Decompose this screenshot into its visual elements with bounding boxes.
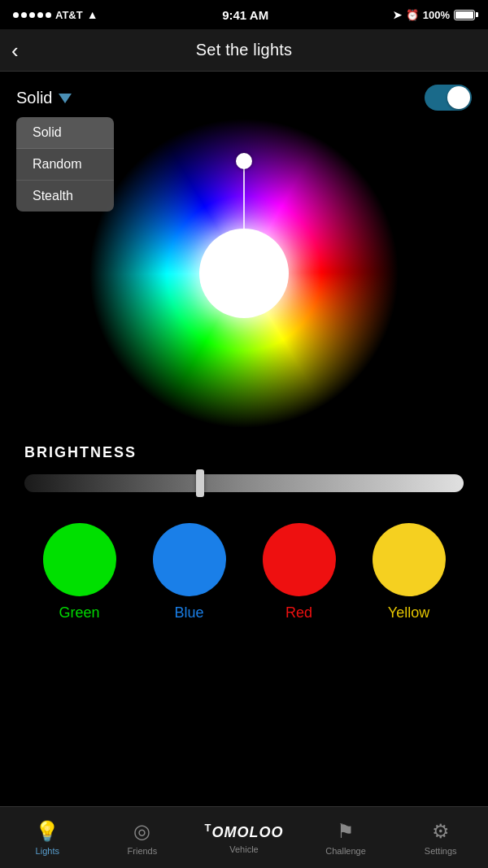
color-preset-blue[interactable]: Blue: [153, 523, 226, 622]
red-circle[interactable]: [263, 523, 336, 596]
signal-dots: [13, 12, 51, 18]
vehicle-brand: TOMOLOO: [205, 822, 284, 841]
challenge-nav-icon: ⚑: [337, 820, 355, 843]
dropdown-item-stealth[interactable]: Stealth: [16, 181, 114, 212]
mode-row: Solid Solid Random Stealth: [16, 85, 472, 111]
battery-label: 100%: [423, 9, 450, 21]
color-presets: Green Blue Red Yellow: [16, 515, 472, 622]
nav-header: ‹ Set the lights: [0, 29, 488, 72]
nav-item-lights[interactable]: 💡 Lights: [15, 820, 80, 856]
back-button[interactable]: ‹: [11, 40, 19, 61]
vehicle-nav-label: Vehicle: [229, 844, 258, 854]
status-time: 9:41 AM: [222, 8, 268, 22]
blue-label: Blue: [174, 604, 203, 622]
lights-nav-icon: 💡: [35, 820, 59, 843]
brightness-section: BRIGHTNESS: [16, 444, 472, 495]
mode-arrow-icon: [59, 94, 72, 103]
settings-nav-label: Settings: [425, 846, 457, 856]
color-preset-green[interactable]: Green: [43, 523, 116, 622]
bottom-nav: 💡 Lights ◎ Friends TOMOLOO Vehicle ⚑ Cha…: [0, 806, 488, 868]
status-left: AT&T ▲: [13, 8, 98, 21]
lights-toggle[interactable]: [425, 85, 472, 111]
nav-item-settings[interactable]: ⚙ Settings: [408, 820, 473, 856]
color-preset-red[interactable]: Red: [263, 523, 336, 622]
settings-nav-icon: ⚙: [432, 820, 450, 843]
dropdown-item-solid[interactable]: Solid: [16, 117, 114, 149]
nav-item-challenge[interactable]: ⚑ Challenge: [313, 820, 378, 856]
wifi-icon: ▲: [87, 8, 98, 21]
brightness-label: BRIGHTNESS: [24, 444, 464, 461]
brightness-track: [24, 474, 464, 492]
red-label: Red: [285, 604, 312, 622]
brightness-thumb[interactable]: [196, 469, 204, 497]
status-bar: AT&T ▲ 9:41 AM ➤ ⏰ 100%: [0, 0, 488, 29]
location-icon: ➤: [393, 9, 402, 21]
mode-selector[interactable]: Solid: [16, 89, 72, 107]
yellow-label: Yellow: [388, 604, 429, 622]
friends-nav-label: Friends: [128, 846, 158, 856]
wheel-center: [199, 229, 289, 318]
main-content: Solid Solid Random Stealth BRIGHTNESS: [0, 72, 488, 695]
yellow-circle[interactable]: [373, 523, 446, 596]
status-right: ➤ ⏰ 100%: [393, 9, 475, 21]
friends-nav-icon: ◎: [133, 820, 150, 843]
green-label: Green: [59, 604, 99, 622]
mode-label: Solid: [16, 89, 52, 107]
alarm-icon: ⏰: [406, 9, 419, 21]
color-wheel[interactable]: [89, 119, 399, 428]
page-title: Set the lights: [196, 41, 292, 59]
challenge-nav-label: Challenge: [325, 846, 366, 856]
dropdown-item-random[interactable]: Random: [16, 149, 114, 181]
lights-nav-label: Lights: [36, 846, 59, 856]
green-circle[interactable]: [43, 523, 116, 596]
color-preset-yellow[interactable]: Yellow: [373, 523, 446, 622]
wheel-selector-handle: [236, 153, 252, 169]
nav-item-friends[interactable]: ◎ Friends: [110, 820, 175, 856]
blue-circle[interactable]: [153, 523, 226, 596]
battery-icon: [454, 10, 475, 20]
toggle-knob: [447, 86, 470, 109]
carrier-label: AT&T: [55, 9, 83, 21]
brightness-slider-container[interactable]: [24, 471, 464, 495]
mode-dropdown[interactable]: Solid Random Stealth: [16, 117, 114, 212]
nav-item-vehicle[interactable]: TOMOLOO Vehicle: [205, 822, 284, 854]
